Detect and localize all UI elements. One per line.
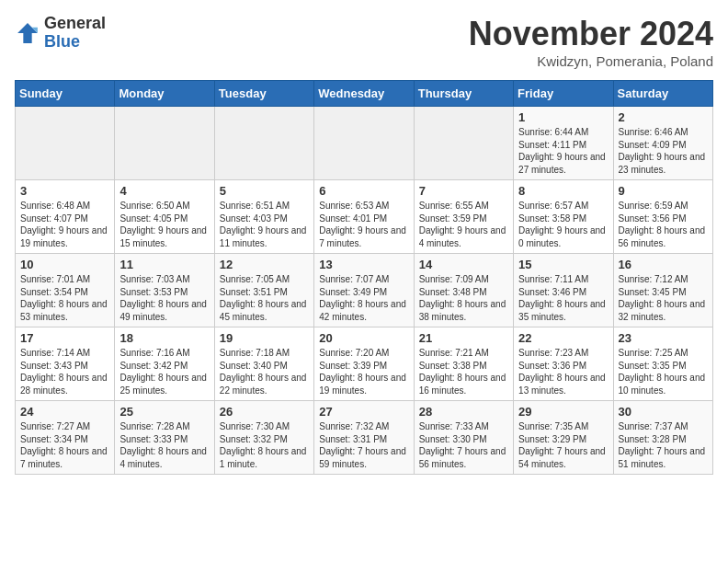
- svg-marker-0: [17, 23, 38, 43]
- calendar-cell: 30Sunrise: 7:37 AM Sunset: 3:28 PM Dayli…: [613, 401, 712, 475]
- day-number: 2: [619, 110, 708, 124]
- location-text: Kwidzyn, Pomerania, Poland: [469, 53, 713, 69]
- calendar-cell: 15Sunrise: 7:11 AM Sunset: 3:46 PM Dayli…: [514, 254, 613, 327]
- calendar-cell: 5Sunrise: 6:51 AM Sunset: 4:03 PM Daylig…: [214, 180, 313, 254]
- day-number: 3: [20, 184, 109, 198]
- day-number: 16: [619, 258, 708, 271]
- day-info: Sunrise: 7:16 AM Sunset: 3:42 PM Dayligh…: [119, 347, 209, 396]
- day-number: 19: [220, 331, 309, 345]
- day-info: Sunrise: 7:11 AM Sunset: 3:46 PM Dayligh…: [518, 273, 608, 323]
- day-number: 26: [220, 405, 309, 419]
- day-info: Sunrise: 7:32 AM Sunset: 3:31 PM Dayligh…: [319, 420, 408, 470]
- calendar-header-sunday: Sunday: [16, 81, 115, 107]
- calendar-cell: [214, 107, 313, 180]
- calendar-week-row: 1Sunrise: 6:44 AM Sunset: 4:11 PM Daylig…: [16, 107, 713, 180]
- day-info: Sunrise: 7:33 AM Sunset: 3:30 PM Dayligh…: [419, 420, 508, 470]
- calendar-header-wednesday: Wednesday: [314, 81, 414, 107]
- calendar-header-tuesday: Tuesday: [214, 81, 313, 107]
- calendar-cell: 14Sunrise: 7:09 AM Sunset: 3:48 PM Dayli…: [414, 254, 513, 327]
- calendar-cell: 29Sunrise: 7:35 AM Sunset: 3:29 PM Dayli…: [514, 401, 613, 475]
- month-title: November 2024: [469, 15, 713, 53]
- calendar-cell: 24Sunrise: 7:27 AM Sunset: 3:34 PM Dayli…: [16, 401, 115, 475]
- day-number: 5: [220, 184, 309, 198]
- day-number: 13: [319, 258, 408, 271]
- calendar-header-saturday: Saturday: [613, 81, 712, 107]
- calendar-cell: 21Sunrise: 7:21 AM Sunset: 3:38 PM Dayli…: [414, 327, 513, 401]
- day-info: Sunrise: 6:51 AM Sunset: 4:03 PM Dayligh…: [220, 200, 309, 249]
- day-number: 21: [419, 331, 508, 345]
- day-info: Sunrise: 6:44 AM Sunset: 4:11 PM Dayligh…: [518, 126, 608, 176]
- day-info: Sunrise: 7:14 AM Sunset: 3:43 PM Dayligh…: [20, 347, 109, 396]
- day-info: Sunrise: 7:09 AM Sunset: 3:48 PM Dayligh…: [419, 273, 508, 323]
- day-number: 11: [119, 258, 209, 271]
- day-info: Sunrise: 7:18 AM Sunset: 3:40 PM Dayligh…: [220, 347, 309, 396]
- calendar-cell: [16, 107, 115, 180]
- day-info: Sunrise: 7:12 AM Sunset: 3:45 PM Dayligh…: [619, 273, 708, 323]
- calendar-cell: 27Sunrise: 7:32 AM Sunset: 3:31 PM Dayli…: [314, 401, 414, 475]
- calendar-cell: 3Sunrise: 6:48 AM Sunset: 4:07 PM Daylig…: [16, 180, 115, 254]
- calendar-header-monday: Monday: [115, 81, 214, 107]
- calendar-cell: 1Sunrise: 6:44 AM Sunset: 4:11 PM Daylig…: [514, 107, 613, 180]
- calendar-cell: 11Sunrise: 7:03 AM Sunset: 3:53 PM Dayli…: [115, 254, 214, 327]
- day-number: 1: [518, 110, 608, 124]
- calendar-week-row: 3Sunrise: 6:48 AM Sunset: 4:07 PM Daylig…: [16, 180, 713, 254]
- calendar-header-thursday: Thursday: [414, 81, 513, 107]
- day-number: 28: [419, 405, 508, 419]
- logo-icon: [15, 20, 40, 46]
- day-number: 25: [119, 405, 209, 419]
- day-number: 12: [220, 258, 309, 271]
- day-number: 29: [518, 405, 608, 419]
- calendar-cell: 2Sunrise: 6:46 AM Sunset: 4:09 PM Daylig…: [613, 107, 712, 180]
- calendar-table: SundayMondayTuesdayWednesdayThursdayFrid…: [15, 80, 713, 475]
- day-info: Sunrise: 6:57 AM Sunset: 3:58 PM Dayligh…: [518, 200, 608, 249]
- day-number: 6: [319, 184, 408, 198]
- calendar-cell: [115, 107, 214, 180]
- calendar-cell: 9Sunrise: 6:59 AM Sunset: 3:56 PM Daylig…: [613, 180, 712, 254]
- day-info: Sunrise: 6:48 AM Sunset: 4:07 PM Dayligh…: [20, 200, 109, 249]
- day-info: Sunrise: 7:07 AM Sunset: 3:49 PM Dayligh…: [319, 273, 408, 323]
- calendar-cell: 10Sunrise: 7:01 AM Sunset: 3:54 PM Dayli…: [16, 254, 115, 327]
- calendar-header-friday: Friday: [514, 81, 613, 107]
- day-info: Sunrise: 7:03 AM Sunset: 3:53 PM Dayligh…: [119, 273, 209, 323]
- day-info: Sunrise: 7:37 AM Sunset: 3:28 PM Dayligh…: [619, 420, 708, 470]
- title-block: November 2024 Kwidzyn, Pomerania, Poland: [469, 15, 713, 69]
- day-info: Sunrise: 7:05 AM Sunset: 3:51 PM Dayligh…: [220, 273, 309, 323]
- calendar-cell: 13Sunrise: 7:07 AM Sunset: 3:49 PM Dayli…: [314, 254, 414, 327]
- calendar-cell: [314, 107, 414, 180]
- day-number: 10: [20, 258, 109, 271]
- day-number: 4: [119, 184, 209, 198]
- day-number: 14: [419, 258, 508, 271]
- day-info: Sunrise: 7:35 AM Sunset: 3:29 PM Dayligh…: [518, 420, 608, 470]
- day-number: 18: [119, 331, 209, 345]
- page-header: General Blue November 2024 Kwidzyn, Pome…: [15, 15, 713, 69]
- day-info: Sunrise: 6:46 AM Sunset: 4:09 PM Dayligh…: [619, 126, 708, 176]
- day-info: Sunrise: 7:28 AM Sunset: 3:33 PM Dayligh…: [119, 420, 209, 470]
- calendar-cell: 7Sunrise: 6:55 AM Sunset: 3:59 PM Daylig…: [414, 180, 513, 254]
- day-info: Sunrise: 6:55 AM Sunset: 3:59 PM Dayligh…: [419, 200, 508, 249]
- day-info: Sunrise: 7:30 AM Sunset: 3:32 PM Dayligh…: [220, 420, 309, 470]
- logo-general-text: General: [44, 15, 106, 33]
- calendar-cell: 4Sunrise: 6:50 AM Sunset: 4:05 PM Daylig…: [115, 180, 214, 254]
- day-info: Sunrise: 7:25 AM Sunset: 3:35 PM Dayligh…: [619, 347, 708, 396]
- calendar-cell: 20Sunrise: 7:20 AM Sunset: 3:39 PM Dayli…: [314, 327, 414, 401]
- day-number: 17: [20, 331, 109, 345]
- calendar-cell: 18Sunrise: 7:16 AM Sunset: 3:42 PM Dayli…: [115, 327, 214, 401]
- day-number: 24: [20, 405, 109, 419]
- day-info: Sunrise: 6:59 AM Sunset: 3:56 PM Dayligh…: [619, 200, 708, 249]
- calendar-cell: 25Sunrise: 7:28 AM Sunset: 3:33 PM Dayli…: [115, 401, 214, 475]
- day-info: Sunrise: 7:27 AM Sunset: 3:34 PM Dayligh…: [20, 420, 109, 470]
- day-number: 7: [419, 184, 508, 198]
- day-number: 30: [619, 405, 708, 419]
- calendar-week-row: 17Sunrise: 7:14 AM Sunset: 3:43 PM Dayli…: [16, 327, 713, 401]
- day-info: Sunrise: 6:50 AM Sunset: 4:05 PM Dayligh…: [119, 200, 209, 249]
- day-info: Sunrise: 7:20 AM Sunset: 3:39 PM Dayligh…: [319, 347, 408, 396]
- calendar-cell: [414, 107, 513, 180]
- day-number: 23: [619, 331, 708, 345]
- day-info: Sunrise: 7:23 AM Sunset: 3:36 PM Dayligh…: [518, 347, 608, 396]
- calendar-header-row: SundayMondayTuesdayWednesdayThursdayFrid…: [16, 81, 713, 107]
- day-info: Sunrise: 7:21 AM Sunset: 3:38 PM Dayligh…: [419, 347, 508, 396]
- calendar-cell: 8Sunrise: 6:57 AM Sunset: 3:58 PM Daylig…: [514, 180, 613, 254]
- day-number: 20: [319, 331, 408, 345]
- calendar-cell: 6Sunrise: 6:53 AM Sunset: 4:01 PM Daylig…: [314, 180, 414, 254]
- logo: General Blue: [15, 15, 106, 52]
